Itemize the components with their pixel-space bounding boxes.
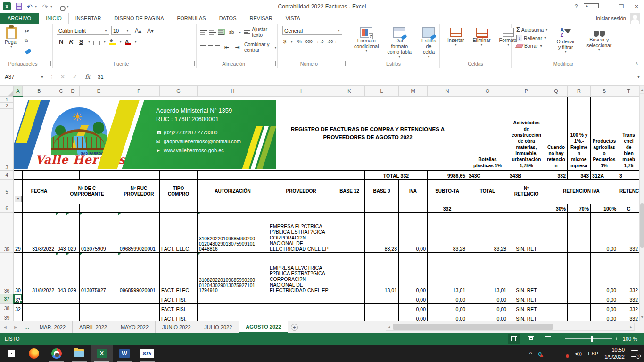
column-header[interactable]: S <box>591 86 618 97</box>
cell[interactable]: 31/8/2022 <box>23 213 56 253</box>
cell[interactable]: RETENCION <box>618 180 640 204</box>
cell[interactable]: FECHA <box>23 180 56 204</box>
borders-icon[interactable] <box>93 39 100 45</box>
display-alert-icon[interactable] <box>561 351 567 356</box>
cell[interactable]: 0,00 <box>467 304 508 313</box>
clipboard-dialog-launcher[interactable] <box>46 61 51 66</box>
cell[interactable] <box>334 253 365 294</box>
cell[interactable] <box>160 204 198 213</box>
row-header[interactable]: 1 <box>0 97 14 103</box>
column-header[interactable]: P <box>508 86 545 97</box>
cell[interactable] <box>56 313 66 321</box>
shrink-font-icon[interactable]: A▾ <box>145 27 156 34</box>
page-break-view-button[interactable] <box>542 334 554 344</box>
normal-view-button[interactable] <box>508 334 520 344</box>
cancel-icon[interactable]: ✕ <box>57 74 69 80</box>
ribbon-options-icon[interactable] <box>584 3 599 10</box>
cell[interactable]: TOTAL <box>467 180 508 204</box>
vertical-scroll-thumb[interactable] <box>640 203 644 248</box>
cell[interactable]: 70% <box>568 204 591 213</box>
cell[interactable]: EMPRESA EL?CTRICA P?BLICA ESTRAT?GICA CO… <box>268 213 334 253</box>
cell[interactable] <box>198 304 268 313</box>
font-size-combo[interactable]: 10▼ <box>111 26 131 35</box>
cell[interactable]: 0,00 <box>399 213 428 253</box>
fill-dropdown-icon[interactable]: ▼ <box>119 40 122 43</box>
cell[interactable]: 0968599020001 <box>118 213 160 253</box>
cell[interactable]: TIPO COMPRO <box>160 180 198 204</box>
cell[interactable] <box>334 171 365 180</box>
column-header[interactable]: I <box>268 86 334 97</box>
undo-icon[interactable]: ↶ <box>27 3 33 10</box>
grow-font-icon[interactable]: A▴ <box>133 27 143 34</box>
column-header[interactable]: B <box>23 86 56 97</box>
currency-icon[interactable]: $ <box>283 39 286 44</box>
row-header[interactable]: 35 <box>0 213 14 253</box>
cell[interactable]: 343B <box>508 171 545 180</box>
cell[interactable]: PROVEEDOR <box>268 180 334 204</box>
cell[interactable]: 310820220109685990200 012043029013075909… <box>198 213 268 253</box>
borders-dropdown-icon[interactable]: ▼ <box>103 40 106 43</box>
active-cell[interactable]: 31 <box>14 294 23 304</box>
cell[interactable] <box>365 294 399 304</box>
cell[interactable]: 0,00 <box>591 253 618 294</box>
cell[interactable] <box>268 171 334 180</box>
orientation-icon[interactable]: ab <box>227 29 236 35</box>
cell[interactable] <box>56 171 66 180</box>
cell[interactable] <box>268 204 334 213</box>
cell[interactable] <box>198 171 268 180</box>
row-header-selected[interactable]: 37 <box>0 294 14 304</box>
row-header[interactable]: 39 <box>0 313 14 321</box>
zoom-slider[interactable]: − + <box>559 336 618 342</box>
cell[interactable]: C <box>618 204 640 213</box>
fontcolor-dropdown-icon[interactable]: ▼ <box>134 40 137 43</box>
cell[interactable] <box>23 171 56 180</box>
tray-expand-icon[interactable]: ^ <box>529 351 532 356</box>
cell[interactable] <box>118 313 160 321</box>
cell[interactable]: 0,00 <box>399 294 428 304</box>
cell[interactable] <box>56 204 66 213</box>
cell[interactable]: 029 <box>66 253 80 294</box>
cell[interactable] <box>118 171 160 180</box>
cell[interactable] <box>23 204 56 213</box>
cell[interactable]: 0,00 <box>467 313 508 321</box>
sheet-nav-left-icon[interactable]: ◄ <box>0 321 10 333</box>
cell[interactable]: Trans enci de bien mueb 1,75 <box>618 97 640 171</box>
taskbar-firefox[interactable] <box>23 345 45 362</box>
column-header[interactable]: C <box>56 86 66 97</box>
cell[interactable] <box>545 304 568 313</box>
format-painter-icon[interactable] <box>23 46 29 52</box>
cell-styles-button[interactable]: Estilos de celda▼ <box>418 26 439 60</box>
cell[interactable]: IVA <box>399 180 428 204</box>
sheet-nav-right-icon[interactable]: ► <box>10 321 21 333</box>
sheet-tab-agosto-active[interactable]: AGOSTO 2022 <box>239 321 288 333</box>
cell[interactable]: 13,01 <box>365 253 399 294</box>
scroll-right-icon[interactable]: ► <box>628 323 634 330</box>
cell[interactable]: 0,00 <box>399 253 428 294</box>
cell[interactable]: SIN. RET <box>508 294 545 304</box>
font-name-combo[interactable]: Calibri Light▼ <box>57 26 109 35</box>
column-header[interactable]: K <box>334 86 365 97</box>
wrap-text-button[interactable]: Ajustar texto <box>244 26 277 38</box>
sheet-tab-junio[interactable]: JUNIO 2022 <box>156 321 198 333</box>
print-preview-icon[interactable] <box>58 3 64 10</box>
align-bottom-icon[interactable] <box>218 30 225 35</box>
cell[interactable] <box>545 294 568 304</box>
cell[interactable]: 100% <box>591 204 618 213</box>
scroll-down-icon[interactable]: ▼ <box>640 313 644 321</box>
find-select-button[interactable]: Buscar y seleccionar▼ <box>583 26 615 55</box>
taskbar-explorer[interactable] <box>68 345 91 362</box>
cell[interactable] <box>66 171 80 180</box>
cell[interactable] <box>545 313 568 321</box>
align-center-icon[interactable] <box>208 45 213 50</box>
cell[interactable]: FACT. ELEC. <box>160 253 198 294</box>
cell[interactable]: Cuando no hay retencio n <box>545 97 568 171</box>
cell[interactable]: 343C <box>467 171 508 180</box>
cell[interactable]: 83,28 <box>428 213 467 253</box>
font-color-icon[interactable]: A <box>125 39 131 45</box>
underline-dropdown-icon[interactable]: ▼ <box>87 40 91 43</box>
cell[interactable]: Nº RETENCIO <box>508 180 545 204</box>
column-header[interactable]: Q <box>545 86 568 97</box>
cut-icon[interactable]: ✂ <box>23 27 31 35</box>
cell[interactable]: FACT. ELEC. <box>160 213 198 253</box>
cell[interactable]: 29 <box>14 213 23 253</box>
